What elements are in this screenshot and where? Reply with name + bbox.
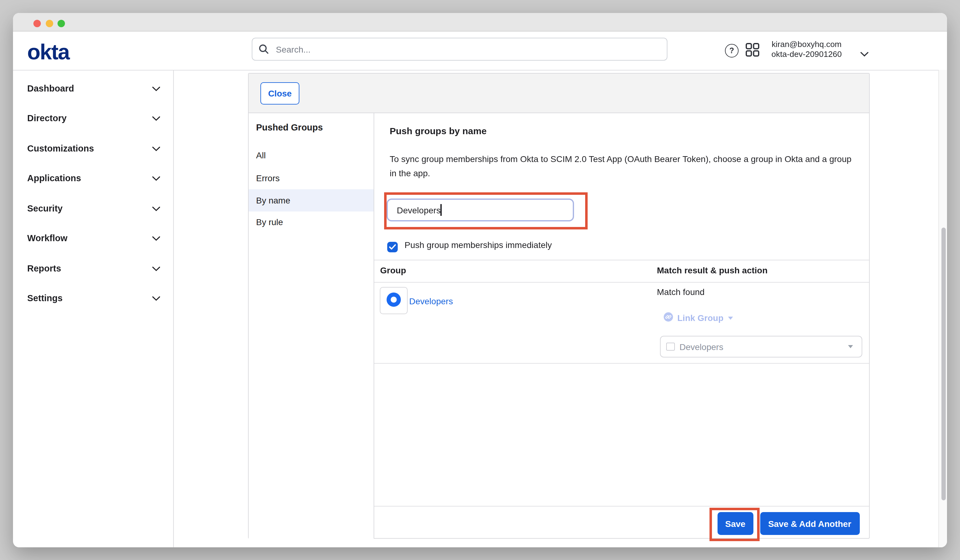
save-add-another-button[interactable]: Save & Add Another bbox=[760, 512, 859, 535]
search-icon bbox=[252, 44, 275, 54]
chevron-down-icon bbox=[152, 114, 160, 123]
chevron-down-icon bbox=[152, 173, 160, 183]
app-header: okta ? kiran@boxyhq.com bbox=[13, 32, 947, 70]
scrollbar-thumb[interactable] bbox=[941, 227, 946, 500]
help-icon: ? bbox=[729, 46, 734, 55]
window-titlebar bbox=[13, 13, 947, 32]
account-menu[interactable]: kiran@boxyhq.com okta-dev-20901260 bbox=[755, 40, 858, 59]
chevron-down-icon bbox=[152, 264, 160, 274]
group-avatar-tile bbox=[379, 287, 408, 314]
sidebar-item-customizations[interactable]: Customizations bbox=[13, 133, 173, 163]
link-group-caret-icon bbox=[728, 316, 733, 319]
chevron-down-icon bbox=[152, 144, 160, 154]
push-immediately-checkbox[interactable] bbox=[387, 242, 397, 252]
okta-logo[interactable]: okta bbox=[27, 38, 69, 66]
linked-group-select[interactable]: Developers bbox=[660, 336, 862, 357]
chevron-down-icon bbox=[152, 234, 160, 243]
sidebar-item-workflow[interactable]: Workflow bbox=[13, 223, 173, 253]
match-result-text: Match found bbox=[657, 287, 704, 297]
group-name-input[interactable] bbox=[386, 198, 574, 221]
sidebar-item-dashboard[interactable]: Dashboard bbox=[13, 73, 173, 103]
chevron-down-icon bbox=[152, 293, 160, 303]
search-input[interactable] bbox=[275, 43, 667, 55]
chevron-down-icon bbox=[152, 203, 160, 213]
window-zoom-button[interactable] bbox=[58, 19, 65, 27]
nav-item-by-name[interactable]: By name bbox=[249, 189, 374, 211]
pushed-groups-title: Pushed Groups bbox=[256, 122, 323, 132]
content-description: To sync group memberships from Okta to S… bbox=[390, 152, 852, 181]
push-immediately-label[interactable]: Push group memberships immediately bbox=[405, 240, 552, 250]
help-button[interactable]: ? bbox=[725, 44, 739, 58]
account-org: okta-dev-20901260 bbox=[755, 49, 858, 59]
content-heading: Push groups by name bbox=[390, 126, 486, 136]
sidebar-item-applications[interactable]: Applications bbox=[13, 163, 173, 193]
nav-item-all[interactable]: All bbox=[249, 144, 374, 166]
account-email: kiran@boxyhq.com bbox=[755, 40, 858, 49]
selected-group-text: Developers bbox=[680, 342, 848, 352]
sidebar-item-settings[interactable]: Settings bbox=[13, 283, 173, 313]
link-icon bbox=[664, 312, 673, 324]
table-top-border bbox=[374, 260, 869, 260]
save-button[interactable]: Save bbox=[717, 512, 754, 535]
account-chevron-down-icon bbox=[861, 48, 869, 59]
scrollbar-track[interactable] bbox=[938, 70, 947, 547]
window-close-button[interactable] bbox=[34, 19, 41, 27]
footer-divider bbox=[374, 506, 869, 506]
push-groups-panel: Close Pushed Groups All Errors By name B… bbox=[248, 73, 869, 539]
group-placeholder-icon bbox=[666, 342, 675, 351]
sidebar-divider bbox=[173, 70, 174, 547]
panel-toolbar: Close bbox=[249, 74, 869, 113]
select-caret-icon bbox=[848, 345, 853, 348]
close-button[interactable]: Close bbox=[261, 82, 299, 104]
browser-window: okta ? kiran@boxyhq.com bbox=[13, 13, 947, 547]
group-donut-icon bbox=[386, 291, 402, 310]
chevron-down-icon bbox=[152, 83, 160, 93]
table-header-border bbox=[374, 282, 869, 282]
nav-item-by-rule[interactable]: By rule bbox=[249, 211, 374, 233]
column-header-match: Match result & push action bbox=[657, 265, 768, 275]
checkmark-icon bbox=[389, 242, 396, 253]
link-group-label: Link Group bbox=[677, 313, 723, 323]
row-divider bbox=[374, 363, 869, 363]
sidebar-item-reports[interactable]: Reports bbox=[13, 253, 173, 283]
sidebar-nav: Dashboard Directory Customizations Appli… bbox=[13, 73, 173, 313]
global-search bbox=[252, 38, 667, 61]
link-group-dropdown[interactable]: Link Group bbox=[664, 312, 733, 324]
sidebar-item-security[interactable]: Security bbox=[13, 193, 173, 223]
column-header-group: Group bbox=[380, 265, 406, 275]
nav-item-errors[interactable]: Errors bbox=[249, 167, 374, 189]
window-minimize-button[interactable] bbox=[46, 19, 53, 27]
text-caret bbox=[440, 204, 442, 216]
desktop: okta ? kiran@boxyhq.com bbox=[0, 0, 960, 560]
group-name-link[interactable]: Developers bbox=[409, 296, 453, 306]
pushed-groups-nav: Pushed Groups All Errors By name By rule bbox=[249, 113, 374, 539]
sidebar-item-directory[interactable]: Directory bbox=[13, 103, 173, 133]
